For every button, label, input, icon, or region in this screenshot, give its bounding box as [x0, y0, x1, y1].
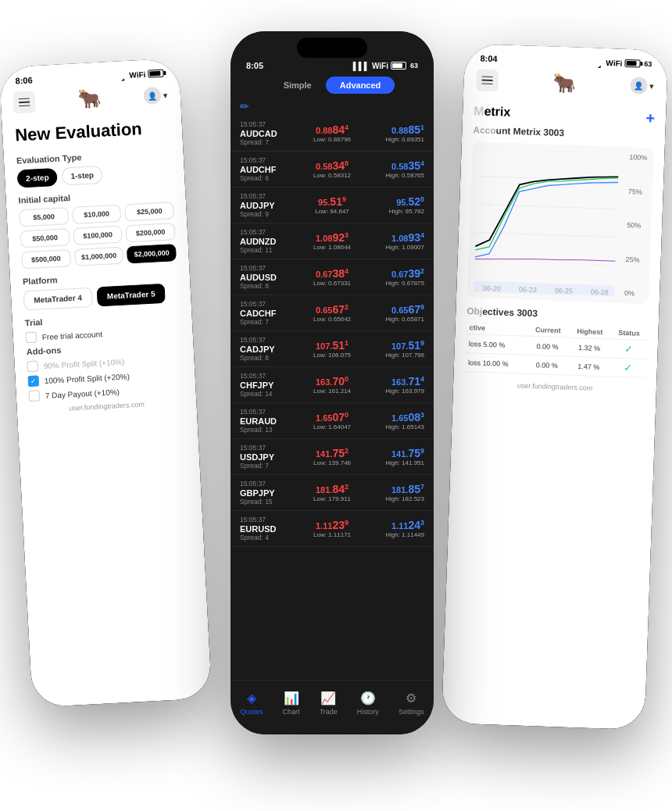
quotes-icon: ◈: [247, 691, 256, 706]
left-content: New Evaluation Evaluation Type 2-step 1-…: [2, 111, 197, 421]
capital-100k[interactable]: $100,000: [73, 226, 123, 245]
obj-name-1: loss 5.00 %: [465, 334, 527, 355]
pencil-icon[interactable]: ✏: [231, 98, 434, 116]
objectives-title: Objectives 3003: [466, 305, 648, 323]
battery-left: [148, 70, 163, 78]
col-status: Status: [610, 326, 647, 340]
user-button-left[interactable]: 👤 ▾: [143, 86, 168, 105]
addon-2-checkbox[interactable]: ✓: [27, 376, 39, 388]
addon-3-label: 7 Day Payout (+10%): [45, 388, 120, 400]
center-screen: 8:05 ▌▌▌ WiFi 63 Simple Advanced ✏: [231, 31, 434, 734]
trial-checkbox[interactable]: [25, 332, 37, 344]
account-title: Account Metrix 3003: [473, 124, 654, 141]
nav-quotes[interactable]: ◈ Quotes: [241, 691, 263, 716]
trade-icon: 📈: [320, 691, 336, 706]
notch-right: [527, 46, 606, 69]
addon-1-checkbox[interactable]: [27, 361, 38, 373]
quote-gbpjpy[interactable]: 15:05:37 GBPJPY Spread: 15 181.842 Low: …: [231, 475, 434, 511]
menu-button-right[interactable]: [476, 69, 499, 91]
history-icon: 🕐: [360, 691, 376, 706]
tab-bar: Simple Advanced: [231, 73, 434, 98]
quote-audchf[interactable]: 15:05:37 AUDCHF Spread: 6 0.58348 Low: 0…: [231, 152, 434, 188]
svg-line-0: [479, 148, 620, 152]
addon-2-label: 100% Profit Split (+20%): [44, 372, 130, 385]
quote-cadchf[interactable]: 15:05:37 CADCHF Spread: 7 0.65672 Low: 0…: [231, 295, 434, 331]
notch-left: [50, 61, 129, 85]
bottom-nav: ◈ Quotes 📊 Chart 📈 Trade 🕐 History ⚙: [231, 680, 434, 734]
capital-1m[interactable]: $1,000,000: [74, 247, 124, 266]
tab-simple[interactable]: Simple: [270, 77, 326, 94]
nav-chart[interactable]: 📊 Chart: [283, 691, 300, 716]
add-button[interactable]: +: [645, 109, 655, 127]
quote-left-audcad: 15:05:37 AUDCAD Spread: 7: [240, 120, 302, 146]
nav-trade[interactable]: 📈 Trade: [320, 691, 338, 716]
obj-status-1: ✓: [610, 339, 648, 359]
objectives-table: ctive Current Highest Status loss 5.00 %…: [465, 321, 648, 378]
page-title-left: New Evaluation: [15, 118, 170, 145]
capital-500k[interactable]: $500,000: [21, 249, 71, 269]
left-screen: 8:06 ▌▌▌ WiFi 🐂 👤 ▾: [0, 59, 212, 708]
quote-euraud[interactable]: 15:05:37 EURAUD Spread: 13 1.65070 Low: …: [231, 403, 434, 439]
quote-chfjpy[interactable]: 15:05:37 CHFJPY Spread: 14 163.700 Low: …: [231, 367, 434, 403]
svg-line-3: [476, 232, 617, 237]
svg-line-4: [475, 260, 616, 265]
trial-checkbox-label: Free trial account: [42, 330, 103, 341]
phone-center: 8:05 ▌▌▌ WiFi 63 Simple Advanced ✏: [231, 31, 434, 734]
metrix-title: Metrix: [474, 104, 511, 120]
time-right: 8:04: [480, 53, 497, 63]
quote-usdjpy[interactable]: 15:05:37 USDJPY Spread: 7 141.752 Low: 1…: [231, 439, 434, 475]
settings-icon: ⚙: [406, 691, 416, 706]
status-icons-center: ▌▌▌ WiFi 63: [353, 62, 418, 70]
footer-url-left: user.fundingtraders.com: [29, 398, 184, 414]
obj-highest-1: 1.32 %: [568, 338, 611, 358]
quote-audcad[interactable]: 15:05:37 AUDCAD Spread: 7 0.88844 Low: 0…: [231, 116, 434, 152]
avatar-left: 👤: [143, 87, 161, 105]
addon-1-label: 90% Profit Split (+10%): [43, 357, 124, 370]
capital-5k[interactable]: $5,000: [19, 207, 69, 227]
capital-2m[interactable]: $2,000,000: [127, 244, 177, 263]
dynamic-island: [297, 38, 367, 58]
capital-25k[interactable]: $25,000: [124, 202, 174, 221]
quote-audnzd[interactable]: 15:05:37 AUDNZD Spread: 11 1.08923 Low: …: [231, 223, 434, 259]
capital-50k[interactable]: $50,000: [20, 228, 70, 248]
obj-name-2: loss 10.00 %: [465, 352, 527, 373]
quote-cadjpy[interactable]: 15:05:37 CADJPY Spread: 8 107.511 Low: 1…: [231, 331, 434, 367]
svg-line-2: [477, 204, 617, 209]
chart-area: 100% 75% 50% 25% 0% 06-20 06-23 06-25 06…: [467, 141, 654, 304]
logo-left: 🐂: [77, 88, 102, 111]
nav-settings[interactable]: ⚙ Settings: [399, 691, 424, 716]
menu-button-left[interactable]: [13, 91, 35, 113]
platform-mt5[interactable]: MetaTrader 5: [96, 284, 166, 307]
phone-left: 8:06 ▌▌▌ WiFi 🐂 👤 ▾: [0, 59, 212, 708]
quotes-list: 15:05:37 AUDCAD Spread: 7 0.88844 Low: 0…: [231, 116, 434, 547]
quote-audjpy[interactable]: 15:05:37 AUDJPY Spread: 9 95.519 Low: 94…: [231, 188, 434, 223]
obj-status-2: ✓: [609, 358, 647, 378]
chart-brush[interactable]: [474, 280, 614, 296]
addon-3-checkbox[interactable]: [28, 391, 40, 402]
logo-right: 🐂: [552, 72, 577, 95]
quote-eurusd[interactable]: 15:05:37 EURUSD Spread: 4 1.11239 Low: 1…: [231, 511, 434, 547]
right-content: Metrix + Account Metrix 3003: [453, 97, 667, 401]
time-left: 8:06: [15, 75, 33, 85]
chart-y-labels: 100% 75% 50% 25% 0%: [624, 153, 647, 298]
eval-1step[interactable]: 1-step: [62, 166, 103, 186]
col-highest: Highest: [569, 325, 611, 339]
capital-options: $5,000 $10,000 $25,000 $50,000 $100,000 …: [19, 202, 177, 269]
capital-200k[interactable]: $200,000: [126, 223, 176, 242]
col-current: Current: [527, 323, 569, 338]
platform-options: MetaTrader 4 MetaTrader 5: [23, 283, 179, 310]
phone-right: 8:04 ▌▌▌ WiFi 63 🐂 👤 ▾: [441, 44, 668, 731]
capital-10k[interactable]: $10,000: [72, 205, 122, 224]
footer-url-right: user.fundingtraders.com: [464, 380, 645, 394]
quote-audusd[interactable]: 15:05:37 AUDUSD Spread: 8 0.67384 Low: 0…: [231, 259, 434, 295]
platform-mt4[interactable]: MetaTrader 4: [23, 288, 93, 311]
nav-history[interactable]: 🕐 History: [357, 691, 379, 716]
time-center: 8:05: [246, 61, 263, 70]
battery-right: [624, 59, 640, 68]
tab-advanced[interactable]: Advanced: [326, 77, 395, 94]
eval-type-options: 2-step 1-step: [17, 162, 173, 188]
eval-2step[interactable]: 2-step: [17, 168, 59, 188]
obj-current-2: 0.00 %: [526, 355, 568, 375]
user-button-right[interactable]: 👤 ▾: [630, 77, 655, 95]
right-screen: 8:04 ▌▌▌ WiFi 63 🐂 👤 ▾: [441, 44, 668, 731]
